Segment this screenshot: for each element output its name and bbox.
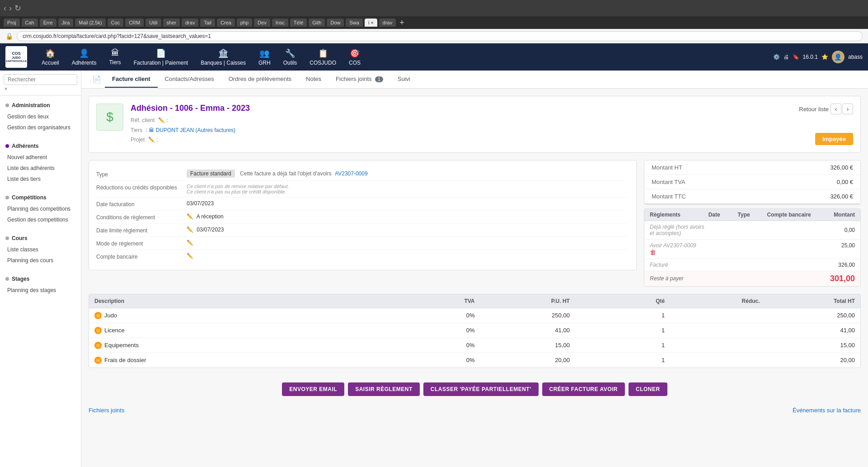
- user-name: abass: [848, 54, 863, 60]
- sidebar-item-gestion-organisateurs[interactable]: Gestion des organisateurs: [0, 122, 81, 133]
- tab-dow[interactable]: Dow: [327, 19, 344, 27]
- prev-arrow[interactable]: ‹: [830, 104, 841, 114]
- sidebar-section-title-administration: Administration: [0, 99, 81, 111]
- forward-icon[interactable]: ›: [9, 4, 12, 13]
- reglements-montant-deja: 0,00: [826, 227, 855, 233]
- col-description: Description: [94, 298, 380, 304]
- new-tab-icon[interactable]: +: [399, 18, 404, 28]
- print-icon[interactable]: 🖨: [784, 54, 789, 60]
- tab-tele[interactable]: Télé: [290, 19, 307, 27]
- tab-ordres-prelevements[interactable]: Ordres de prélèvements: [221, 71, 299, 88]
- nav-item-tiers[interactable]: 🏛 Tiers: [103, 46, 126, 68]
- tab-mail[interactable]: Mail (2.5k): [75, 19, 105, 27]
- sidebar-item-liste-classes[interactable]: Liste classes: [0, 244, 81, 255]
- col-pu-ht: P.U. HT: [475, 298, 570, 304]
- retour-liste-link[interactable]: Retour liste: [799, 106, 829, 113]
- tiers-icon-inline: 🏛: [149, 127, 154, 133]
- form-row-type: Type Facture standard Cette facture a dé…: [96, 168, 629, 181]
- montant-ttc-value: 326,00 €: [830, 193, 853, 200]
- tab-crm[interactable]: CRM: [125, 19, 144, 27]
- sidebar-item-gestion-lieux[interactable]: Gestion des lieux: [0, 111, 81, 122]
- sidebar-item-liste-tiers[interactable]: Liste des tiers: [0, 174, 81, 184]
- edit-ref-icon[interactable]: ✏️: [158, 117, 165, 123]
- adherents-icon: 👤: [79, 48, 89, 58]
- tab-draw1[interactable]: drav: [182, 19, 198, 27]
- tab-contacts-adresses[interactable]: Contacts/Adresses: [158, 71, 221, 88]
- reglements-row-deja-regle: Déjà réglé (hors avoirs et acomptes) 0,0…: [644, 221, 860, 240]
- tab-jira[interactable]: Jira: [58, 19, 74, 27]
- avoir-link[interactable]: AV2307-0009: [335, 170, 368, 177]
- nav-item-outils[interactable]: 🔧 Outils: [278, 46, 303, 69]
- nav-item-grh[interactable]: 👥 GRH: [253, 46, 276, 69]
- sidebar-item-nouvel-adherent[interactable]: Nouvel adherent: [0, 152, 81, 163]
- tab-insc[interactable]: Insc: [272, 19, 288, 27]
- star-icon[interactable]: ⭐: [821, 54, 828, 60]
- edit-date-limite-icon[interactable]: ✏️: [187, 226, 193, 233]
- reglements-header: Règlements Date Type Compte bancaire Mon…: [644, 209, 860, 221]
- nav-logo[interactable]: COS JUDO SARTROUVILLE: [5, 46, 27, 68]
- sidebar-item-planning-stages[interactable]: Planning des stages: [0, 285, 81, 296]
- tab-active[interactable]: i ×: [365, 19, 377, 27]
- tab-draw2[interactable]: drav: [379, 19, 396, 27]
- tab-tail[interactable]: Tail: [200, 19, 215, 27]
- item-pu-frais: 20,00: [475, 357, 570, 363]
- user-avatar[interactable]: 👤: [832, 51, 845, 63]
- tab-facture-client[interactable]: Facture client: [105, 71, 158, 88]
- main-content: 📄 Facture client Contacts/Adresses Ordre…: [81, 71, 868, 467]
- tab-dev[interactable]: Dev: [254, 19, 270, 27]
- tab-php1[interactable]: php: [237, 19, 252, 27]
- next-arrow[interactable]: ›: [842, 104, 853, 114]
- tab-cah[interactable]: Cah: [22, 19, 38, 27]
- edit-mode-icon[interactable]: ✏️: [187, 240, 193, 246]
- evenements-footer-link[interactable]: Événements sur la facture: [793, 407, 861, 414]
- sidebar-item-liste-adherents[interactable]: Liste des adhérents: [0, 163, 81, 174]
- saisir-reglement-button[interactable]: SAISIR RÈGLEMENT: [348, 382, 420, 396]
- tab-suivi[interactable]: Suivi: [390, 71, 418, 88]
- fichiers-joints-footer-link[interactable]: Fichiers joints: [89, 407, 124, 414]
- creer-facture-avoir-button[interactable]: CRÉER FACTURE AVOIR: [542, 382, 625, 396]
- section-dot-competitions: [5, 196, 9, 199]
- edit-compte-icon[interactable]: ✏️: [187, 253, 193, 259]
- version-label: 16.0.1: [803, 54, 818, 60]
- nav-item-cosjudo[interactable]: 📋 COSJUDO: [304, 46, 342, 69]
- edit-conditions-icon[interactable]: ✏️: [187, 213, 193, 220]
- tab-fichiers-joints[interactable]: Fichiers joints 1: [328, 71, 390, 88]
- url-input[interactable]: crm.cosjudo.fr/compta/facture/card.php?f…: [17, 31, 863, 41]
- tiers-link[interactable]: DUPONT JEAN (Autres factures): [156, 127, 235, 133]
- bookmark-icon[interactable]: 🔖: [793, 54, 799, 60]
- nav-label-cosjudo: COSJUDO: [310, 60, 336, 66]
- tab-coc[interactable]: Coc: [108, 19, 124, 27]
- invoice-meta: Réf. client ✏️ : Tiers : 🏛 DUPONT JEAN (…: [131, 116, 250, 145]
- nav-item-adherents[interactable]: 👤 Adhérents: [66, 46, 102, 69]
- nav-item-facturation[interactable]: 📄 Facturation | Paiement: [128, 46, 194, 69]
- reload-icon[interactable]: ↻: [14, 3, 21, 13]
- sidebar-section-administration: Administration Gestion des lieux Gestion…: [0, 96, 81, 137]
- nav-item-cos[interactable]: 🎯 COS: [343, 46, 366, 69]
- classer-payee-button[interactable]: CLASSER 'PAYÉE PARTIELLEMENT': [423, 382, 539, 396]
- nav-item-accueil[interactable]: 🏠 Accueil: [36, 46, 65, 69]
- tab-notes[interactable]: Notes: [299, 71, 328, 88]
- back-icon[interactable]: ‹: [4, 4, 6, 13]
- cloner-button[interactable]: CLONER: [629, 382, 667, 396]
- sidebar-section-stages: Stages Planning des stages: [0, 269, 81, 299]
- sidebar-item-planning-cours[interactable]: Planning des cours: [0, 255, 81, 266]
- date-limite-value: ✏️ 03/07/2023: [187, 226, 629, 233]
- tab-erre[interactable]: Erre: [40, 19, 56, 27]
- sidebar-item-gestion-competitions[interactable]: Gestion des competitions: [0, 214, 81, 225]
- search-arrow-icon: ▼: [4, 86, 8, 91]
- edit-projet-icon[interactable]: ✏️: [148, 137, 155, 143]
- date-facturation-label: Date facturation: [96, 200, 187, 208]
- tab-sher[interactable]: sher: [163, 19, 180, 27]
- tab-gith[interactable]: Gith: [309, 19, 325, 27]
- delete-avoir-icon[interactable]: 🗑: [650, 249, 708, 256]
- settings-icon[interactable]: ⚙️: [773, 54, 780, 60]
- tab-proj[interactable]: Proj: [4, 19, 20, 27]
- sidebar-item-planning-competitions[interactable]: Planning des competitions: [0, 203, 81, 214]
- tab-crea[interactable]: Crea: [217, 19, 235, 27]
- nav-item-banques[interactable]: 🏦 Banques | Caisses: [195, 46, 251, 69]
- search-input[interactable]: [4, 74, 77, 85]
- tab-utili[interactable]: Utili: [145, 19, 161, 27]
- envoyer-email-button[interactable]: ENVOYER EMAIL: [282, 382, 344, 396]
- sidebar-section-competitions: Compétitions Planning des competitions G…: [0, 188, 81, 229]
- tab-swa[interactable]: Swa: [346, 19, 362, 27]
